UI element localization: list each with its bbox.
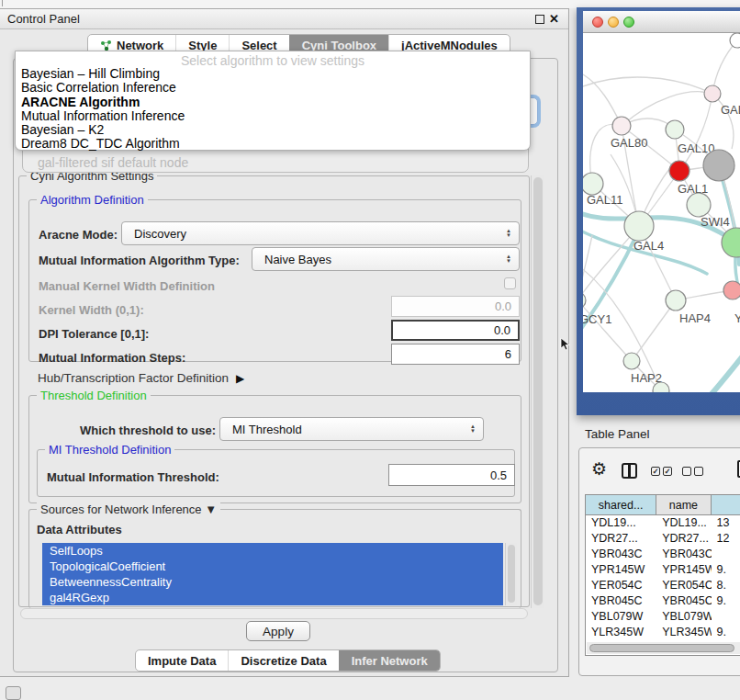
table-cell: YLR345W <box>586 625 656 640</box>
table-row[interactable]: YLR345WYLR345W9. <box>586 625 740 640</box>
network-node[interactable] <box>722 228 740 257</box>
node-label: Y <box>734 311 740 325</box>
table-cell: YDL19... <box>586 515 656 531</box>
mi-steps-field[interactable]: 6 <box>391 344 520 365</box>
network-edge[interactable] <box>712 94 734 149</box>
dropdown-item[interactable]: Bayesian – Hill Climbing <box>16 67 530 81</box>
column-header[interactable] <box>712 495 740 514</box>
tab-infer-network[interactable]: Infer Network <box>339 650 440 671</box>
mi-threshold-field[interactable]: 0.5 <box>388 464 515 486</box>
settings-horizontal-scrollbar[interactable] <box>20 608 528 619</box>
mouse-cursor <box>560 338 571 351</box>
apply-button[interactable]: Apply <box>246 621 310 641</box>
gear-icon[interactable]: ⚙ <box>591 459 607 480</box>
table-row[interactable]: YER054CYER054C8. <box>586 578 740 593</box>
bottom-left-button[interactable] <box>6 686 21 700</box>
node-label: GAL80 <box>611 136 647 150</box>
network-node-gcy1[interactable] <box>583 292 586 309</box>
sources-title-text: Sources for Network Inference <box>40 502 202 516</box>
network-node-gal1[interactable] <box>669 161 690 181</box>
network-node-y[interactable] <box>723 281 740 299</box>
table-cell: 9. <box>712 625 740 640</box>
cyni-bottom-tabbar: Impute DataDiscretize DataInfer Network <box>135 649 441 672</box>
column-view-icon[interactable] <box>622 463 637 479</box>
manual-kernel-checkbox[interactable] <box>504 277 516 289</box>
attributes-list-scrollbar[interactable] <box>505 543 517 605</box>
aracne-mode-combobox[interactable]: Discovery ▲▼ <box>121 221 520 245</box>
column-header[interactable]: shared... <box>586 495 656 514</box>
dropdown-item[interactable]: ARACNE Algorithm <box>16 96 530 109</box>
checked-boxes-icon[interactable]: ✓✓ <box>651 467 672 476</box>
algorithm-definition-group: Algorithm Definition Aracne Mode: Discov… <box>28 199 521 362</box>
table-panel: ⚙ ✓✓ shared...name YDL19...YDL19...13YDR… <box>578 447 740 676</box>
network-node-gal80[interactable] <box>612 117 631 135</box>
list-item[interactable]: TopologicalCoefficient <box>42 559 503 574</box>
table-cell <box>712 547 740 562</box>
collapsed-arrow-icon: ▶ <box>236 372 244 385</box>
table-body: YDL19...YDL19...13YDR27...YDR27...12YBR0… <box>586 515 740 656</box>
table-row[interactable]: YBL079WYBL079W <box>586 609 740 625</box>
hub-definition-toggle[interactable]: Hub/Transcription Factor Definition▶ <box>38 371 244 385</box>
table-cell: 12 <box>712 531 740 547</box>
table-cell: 9. <box>712 593 740 609</box>
dpi-tolerance-label: DPI Tolerance [0,1]: <box>39 327 149 341</box>
table-row[interactable]: YPR145WYPR145W9. <box>586 562 740 578</box>
list-item[interactable]: gal4RGexp <box>42 590 503 605</box>
sources-title[interactable]: Sources for Network Inference ▼ <box>37 502 220 516</box>
algorithm-dropdown-popup: Select algorithm to view settings Bayesi… <box>15 51 531 151</box>
table-horizontal-scrollbar[interactable] <box>587 642 740 654</box>
table-cell: YBL079W <box>656 609 711 625</box>
network-edge[interactable] <box>632 300 676 361</box>
network-node-gal[interactable] <box>704 85 721 102</box>
table-row[interactable]: YDR27...YDR27...12 <box>586 531 740 547</box>
table-cell: YLR345W <box>656 625 711 640</box>
network-node[interactable] <box>703 150 734 181</box>
network-edge[interactable] <box>583 300 632 361</box>
network-node-hap2[interactable] <box>623 353 640 369</box>
table-header-row: shared...name <box>586 495 740 515</box>
column-header[interactable]: name <box>656 495 711 514</box>
float-window-icon[interactable] <box>535 15 544 24</box>
mi-type-combobox[interactable]: Naive Bayes ▲▼ <box>252 247 520 271</box>
dropdown-item[interactable]: Mutual Information Inference <box>16 109 530 123</box>
mi-type-value: Naive Bayes <box>264 253 331 266</box>
table-row[interactable]: YBR043CYBR043C <box>586 547 740 562</box>
table-cell: YDL19... <box>656 515 711 531</box>
list-item[interactable]: BetweennessCentrality <box>42 574 503 590</box>
zoom-traffic-light[interactable] <box>623 17 634 28</box>
table-row[interactable]: YBR045CYBR045C9. <box>586 593 740 609</box>
dropdown-item[interactable]: Basic Correlation Inference <box>16 81 530 95</box>
which-threshold-label: Which threshold to use: <box>80 423 216 437</box>
dpi-tolerance-field[interactable]: 0.0 <box>391 320 520 341</box>
mi-steps-label: Mutual Information Steps: <box>39 351 185 365</box>
table-cell: 9. <box>712 562 740 578</box>
dropdown-item[interactable]: Bayesian – K2 <box>16 123 530 137</box>
table-row[interactable]: YDL19...YDL19...13 <box>586 515 740 531</box>
settings-vertical-scrollbar[interactable] <box>531 175 544 608</box>
cyni-algorithm-settings-group: Cyni Algorithm Settings Algorithm Defini… <box>18 175 530 607</box>
which-threshold-combobox[interactable]: MI Threshold ▲▼ <box>219 417 484 441</box>
tab-impute-data[interactable]: Impute Data <box>136 650 228 671</box>
manual-kernel-label: Manual Kernel Width Definition <box>39 279 215 293</box>
network-edge-thick[interactable] <box>704 349 740 392</box>
dropdown-item[interactable]: Dream8 DC_TDC Algorithm <box>16 137 530 151</box>
list-item[interactable]: SelfLoops <box>42 543 503 559</box>
data-attributes-list[interactable]: SelfLoopsTopologicalCoefficientBetweenne… <box>42 543 503 605</box>
tab-discretize-data[interactable]: Discretize Data <box>228 650 338 671</box>
network-canvas[interactable]: GALGAL80GAL10GAL1GAL11SWI4GAL4GCY1HAP4YH… <box>583 33 740 392</box>
network-node-swi4[interactable] <box>687 193 711 217</box>
table-cell: YBR043C <box>656 547 711 562</box>
close-traffic-light[interactable] <box>592 17 603 28</box>
network-node-hap4[interactable] <box>666 290 686 310</box>
table-cell: YPR145W <box>586 562 656 578</box>
network-node-gal11[interactable] <box>583 173 603 195</box>
network-node-gal10[interactable] <box>666 120 684 139</box>
network-node-gal4[interactable] <box>624 211 654 241</box>
minimize-traffic-light[interactable] <box>608 17 619 28</box>
close-icon[interactable]: ✕ <box>549 12 559 26</box>
unchecked-boxes-icon[interactable] <box>682 467 703 476</box>
network-node[interactable] <box>730 33 740 48</box>
network-window-titlebar[interactable] <box>583 11 740 33</box>
dropdown-items: Bayesian – Hill ClimbingBasic Correlatio… <box>16 67 530 152</box>
kernel-width-field[interactable]: 0.0 <box>391 296 520 317</box>
